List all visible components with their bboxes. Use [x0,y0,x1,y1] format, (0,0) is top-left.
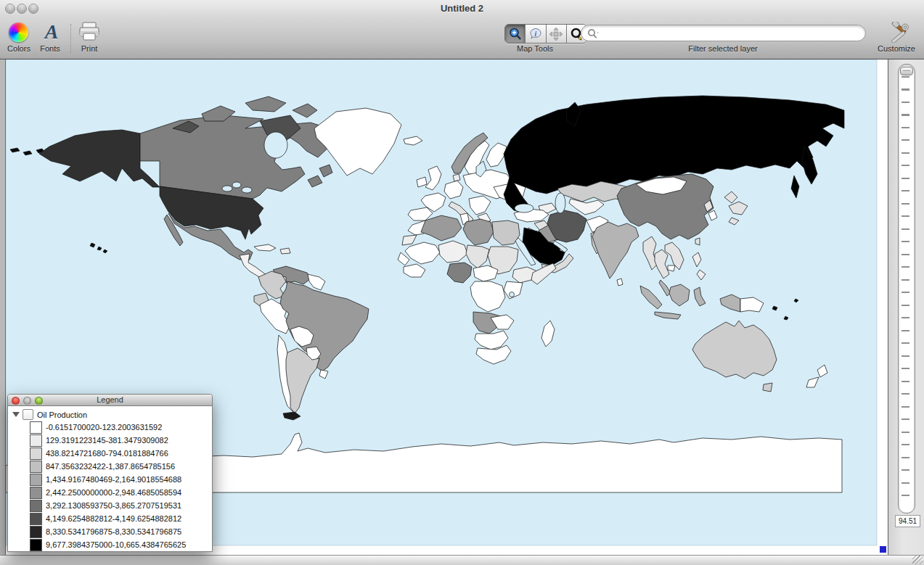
magnifier-plus-icon [508,27,523,41]
legend-range-label: 438.8214721680-794.0181884766 [46,449,168,458]
disclosure-triangle-icon[interactable] [12,412,20,417]
country-denmark[interactable] [453,174,460,181]
slider-ticks [901,76,909,504]
country-taiwan[interactable] [695,238,700,245]
legend-swatch [30,421,42,434]
legend-layer-row: Oil Production [8,408,212,421]
customize-tools-icon [883,22,910,43]
legend-range-label: 1,434.9167480469-2,164.9018554688 [46,475,181,484]
legend-swatch [30,461,42,473]
legend-row[interactable]: 3,292.1308593750-3,865.2707519531 [8,499,212,512]
info-icon: i [528,27,543,41]
legend-swatch [30,448,42,460]
legend-window[interactable]: Legend Oil Production -0.6151700020-123.… [7,394,213,552]
window-title: Untitled 2 [0,3,924,14]
caspian-sea [555,193,565,213]
legend-range-label: 8,330.5341796875-8,330.5341796875 [46,527,181,536]
lake-victoria [510,292,515,297]
hudson-bay [264,132,287,158]
legend-row[interactable]: 438.8214721680-794.0181884766 [8,447,212,460]
legend-row[interactable]: 4,149.6254882812-4,149.6254882812 [8,512,212,525]
legend-range-label: -0.6151700020-123.2003631592 [46,423,162,432]
legend-swatch [30,434,42,447]
pan-tool-button[interactable] [547,25,567,43]
legend-swatch [30,500,42,512]
search-input[interactable] [603,28,859,39]
legend-row[interactable]: 2,442.2500000000-2,948.4685058594 [8,486,212,499]
title-and-toolbar: Untitled 2 Colors A Fonts Print [0,0,924,59]
great-lake-3 [242,187,252,193]
scale-panel: 94.51 [888,59,924,555]
bottom-window-bar [0,555,924,565]
fonts-icon: A [41,20,62,42]
legend-swatch [30,474,42,486]
legend-range-label: 129.3191223145-381.3479309082 [46,436,168,445]
filter-search-field[interactable] [581,25,866,41]
layer-visibility-checkbox[interactable] [23,409,33,420]
black-sea [515,204,533,213]
map-selection-handle[interactable] [880,546,886,553]
layer-name: Oil Production [37,411,87,419]
zoom-tool-button[interactable] [505,25,526,43]
legend-range-label: 3,292.1308593750-3,865.2707519531 [46,501,181,510]
legend-titlebar[interactable]: Legend [8,395,212,406]
legend-range-label: 9,677.3984375000-10,665.4384765625 [46,540,186,549]
legend-row[interactable]: 847.3563232422-1,387.8654785156 [8,460,212,473]
legend-row[interactable]: 129.3191223145-381.3479309082 [8,434,212,447]
legend-swatch [30,526,42,538]
legend-title: Legend [8,395,212,404]
zoom-percent-field[interactable]: 94.51 [895,515,920,527]
slider-thumb[interactable] [900,67,913,75]
great-lake-1 [222,186,232,191]
legend-row[interactable]: 8,330.5341796875-8,330.5341796875 [8,525,212,538]
legend-row[interactable]: 1,434.9167480469-2,164.9018554688 [8,473,212,486]
legend-swatch [30,513,42,525]
app-window: Untitled 2 Colors A Fonts Print [0,0,924,565]
resize-grip[interactable] [912,556,923,564]
move-arrows-icon [549,27,563,41]
info-tool-button[interactable]: i [526,25,546,43]
svg-text:i: i [534,29,536,37]
legend-swatch [30,487,42,499]
legend-swatch [30,539,42,551]
map-tools-segmented-control: i [504,24,587,44]
legend-row[interactable]: -0.6151700020-123.2003631592 [8,421,212,434]
legend-row[interactable]: 9,677.3984375000-10,665.4384765625 [8,538,212,551]
print-icon [77,21,102,43]
great-lake-2 [232,182,241,188]
country-tasmania[interactable] [763,383,772,392]
color-wheel-icon [9,22,28,42]
legend-range-label: 2,442.2500000000-2,948.4685058594 [46,488,181,497]
legend-range-label: 4,149.6254882812-4,149.6254882812 [46,514,181,523]
legend-body: Oil Production -0.6151700020-123.2003631… [8,406,212,551]
search-icon [587,28,600,38]
legend-range-label: 847.3563232422-1,387.8654785156 [46,462,175,471]
legend-class-list: -0.6151700020-123.2003631592129.31912231… [8,421,212,551]
zoom-scale-slider[interactable] [898,64,915,514]
